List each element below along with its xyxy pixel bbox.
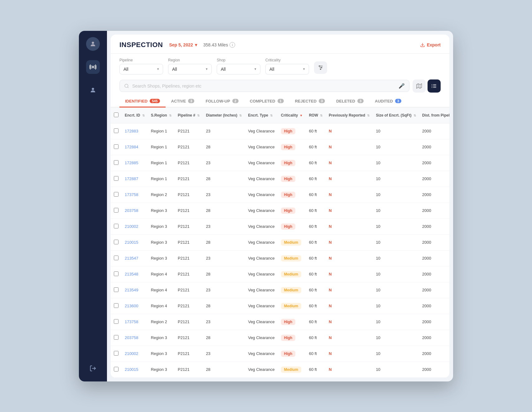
encrt-id-link[interactable]: 213600: [125, 304, 138, 308]
region-cell: Region 3: [148, 330, 175, 346]
region-cell: Region 3: [148, 346, 175, 362]
encrt-id-link[interactable]: 210002: [125, 224, 138, 229]
sidebar-item-radio[interactable]: [86, 60, 100, 74]
table-row: 173758 Region 2 P2121 23 Veg Clearance H…: [111, 187, 449, 203]
tab-active[interactable]: ACTIVE 3: [166, 96, 200, 108]
list-view-button[interactable]: [428, 79, 441, 93]
pipeline-label: Pipeline: [119, 58, 163, 62]
col-row[interactable]: ROW ⇅: [306, 108, 326, 123]
table-row: 213549 Region 4 P2121 23 Veg Clearance M…: [111, 282, 449, 298]
sidebar-item-user[interactable]: [86, 83, 100, 97]
row-checkbox[interactable]: [114, 335, 118, 340]
search-input[interactable]: [132, 84, 395, 89]
svg-line-12: [128, 87, 128, 88]
table-row: 172885 Region 1 P2121 23 Veg Clearance H…: [111, 155, 449, 171]
encrt-id-link[interactable]: 173758: [125, 319, 138, 324]
prev-cell: N: [326, 346, 373, 362]
microphone-icon[interactable]: 🎤: [399, 83, 405, 89]
criticality-badge: Medium: [281, 287, 301, 293]
pipeline-cell: P2121: [175, 314, 203, 330]
col-region[interactable]: S.Region ⇅: [148, 108, 175, 123]
col-diameter[interactable]: Diameter (Inches) ⇅: [203, 108, 245, 123]
col-pipeline[interactable]: Pipeline # ⇅: [175, 108, 203, 123]
encrt-id-cell: 213600: [122, 298, 148, 314]
criticality-badge: High: [281, 208, 296, 214]
criticality-select[interactable]: All ▾: [265, 64, 309, 74]
row-checkbox[interactable]: [114, 176, 118, 181]
encrt-id-link[interactable]: 172884: [125, 145, 138, 149]
row-checkbox-cell: [111, 282, 122, 298]
encrt-id-link[interactable]: 173758: [125, 192, 138, 197]
sidebar-item-logout[interactable]: [86, 362, 100, 375]
map-view-button[interactable]: [413, 79, 426, 93]
col-criticality[interactable]: Criticality ▼: [278, 108, 306, 123]
pipeline-select[interactable]: All ▾: [119, 64, 163, 74]
diameter-cell: 28: [203, 171, 245, 187]
prev-cell: N: [326, 218, 373, 234]
row-checkbox[interactable]: [114, 224, 118, 228]
col-size[interactable]: Size of Encrt. (SqFt) ⇅: [373, 108, 419, 123]
dist-cell: 2000: [419, 234, 449, 250]
region-select[interactable]: All ▾: [168, 64, 212, 74]
pipeline-cell: P2121: [175, 139, 203, 155]
row-checkbox[interactable]: [114, 367, 118, 371]
tab-completed[interactable]: COMPLETED 1: [244, 96, 289, 108]
col-encrt-id[interactable]: Encrt. ID ⇅: [122, 108, 148, 123]
encrt-id-link[interactable]: 210015: [125, 240, 138, 245]
row-checkbox[interactable]: [114, 192, 118, 197]
col-dist[interactable]: Dist. from Pipeline (ft) ⇅: [419, 108, 449, 123]
criticality-cell: Medium: [278, 362, 306, 377]
encrt-id-link[interactable]: 172887: [125, 176, 138, 181]
row-checkbox[interactable]: [114, 319, 118, 324]
col-type[interactable]: Encrt. Type ⇅: [245, 108, 278, 123]
diameter-cell: 28: [203, 266, 245, 282]
pipeline-cell: P2121: [175, 266, 203, 282]
select-all-checkbox[interactable]: [114, 113, 118, 117]
col-prev[interactable]: Previously Reported ⇅: [326, 108, 373, 123]
row-checkbox[interactable]: [114, 160, 118, 165]
row-checkbox[interactable]: [114, 303, 118, 308]
row-checkbox-cell: [111, 346, 122, 362]
encrt-id-link[interactable]: 203758: [125, 335, 138, 340]
dist-cell: 2000: [419, 171, 449, 187]
advanced-filter-button[interactable]: [314, 61, 327, 74]
main-content: INSPECTION Sep 5, 2022 ▾ 358.43 Miles i …: [111, 35, 449, 378]
tab-followup[interactable]: FOLLOW-UP 2: [200, 96, 244, 108]
shop-select[interactable]: All ▾: [217, 64, 260, 74]
date-picker[interactable]: Sep 5, 2022 ▾: [169, 42, 197, 47]
encrt-id-link[interactable]: 203758: [125, 208, 138, 213]
row-checkbox[interactable]: [114, 240, 118, 244]
encrt-id-link[interactable]: 213547: [125, 256, 138, 261]
tab-rejected[interactable]: REJECTED 3: [289, 96, 331, 108]
row-checkbox[interactable]: [114, 208, 118, 213]
pipeline-cell: P2121: [175, 155, 203, 171]
shop-value: All: [221, 67, 226, 72]
chevron-down-icon: ▾: [195, 42, 197, 47]
row-checkbox[interactable]: [114, 144, 118, 149]
row-checkbox[interactable]: [114, 271, 118, 276]
row-checkbox-cell: [111, 203, 122, 218]
criticality-badge: High: [281, 144, 296, 150]
user-avatar[interactable]: [86, 37, 100, 51]
type-cell: Veg Clearance: [245, 171, 278, 187]
encrt-id-link[interactable]: 210002: [125, 351, 138, 356]
row-checkbox[interactable]: [114, 256, 118, 260]
tab-identified[interactable]: IDENTIFIED 545: [119, 96, 166, 108]
export-button[interactable]: Export: [420, 42, 441, 47]
tab-deleted[interactable]: DELETED 3: [331, 96, 369, 108]
encrt-id-link[interactable]: 172885: [125, 160, 138, 165]
encrt-id-link[interactable]: 213549: [125, 288, 138, 292]
row-checkbox[interactable]: [114, 351, 118, 356]
prev-reported-badge: N: [329, 335, 331, 340]
encrt-id-link[interactable]: 210015: [125, 367, 138, 372]
svg-point-0: [92, 41, 94, 44]
row-checkbox[interactable]: [114, 287, 118, 292]
prev-reported-badge: N: [329, 208, 331, 213]
encrt-id-link[interactable]: 213548: [125, 272, 138, 276]
encrt-id-link[interactable]: 172883: [125, 129, 138, 133]
tab-audited[interactable]: AUDITED 3: [369, 96, 407, 108]
criticality-badge: High: [281, 351, 296, 357]
table-row: 210002 Region 3 P2121 23 Veg Clearance H…: [111, 218, 449, 234]
pipeline-cell: P2121: [175, 330, 203, 346]
row-checkbox[interactable]: [114, 128, 118, 133]
